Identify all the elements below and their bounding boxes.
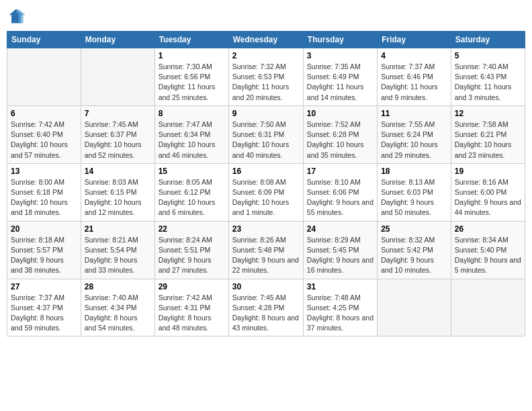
day-cell: 12 Sunrise: 7:58 AMSunset: 6:21 PMDaylig… bbox=[451, 105, 525, 163]
day-cell: 3 Sunrise: 7:35 AMSunset: 6:49 PMDayligh… bbox=[303, 48, 377, 106]
day-cell: 27 Sunrise: 7:37 AMSunset: 4:37 PMDaylig… bbox=[7, 279, 81, 336]
day-cell bbox=[451, 279, 525, 336]
day-cell: 28 Sunrise: 7:40 AMSunset: 4:34 PMDaylig… bbox=[81, 279, 154, 336]
day-cell: 20 Sunrise: 8:18 AMSunset: 5:57 PMDaylig… bbox=[7, 221, 81, 279]
day-number: 24 bbox=[307, 224, 373, 234]
header-tuesday: Tuesday bbox=[154, 32, 228, 48]
header-wednesday: Wednesday bbox=[228, 32, 303, 48]
day-cell: 8 Sunrise: 7:47 AMSunset: 6:34 PMDayligh… bbox=[154, 105, 228, 163]
day-cell: 17 Sunrise: 8:10 AMSunset: 6:06 PMDaylig… bbox=[303, 163, 377, 221]
day-number: 27 bbox=[11, 282, 77, 291]
day-number: 17 bbox=[307, 167, 373, 176]
day-info: Sunrise: 7:40 AMSunset: 4:34 PMDaylight:… bbox=[85, 293, 151, 334]
day-number: 20 bbox=[11, 224, 77, 234]
day-cell: 7 Sunrise: 7:45 AMSunset: 6:37 PMDayligh… bbox=[81, 105, 154, 163]
day-cell: 13 Sunrise: 8:00 AMSunset: 6:18 PMDaylig… bbox=[7, 163, 81, 221]
day-info: Sunrise: 8:16 AMSunset: 6:00 PMDaylight:… bbox=[455, 177, 521, 218]
day-number: 4 bbox=[381, 51, 447, 60]
day-number: 9 bbox=[232, 109, 300, 118]
day-cell: 31 Sunrise: 7:48 AMSunset: 4:25 PMDaylig… bbox=[303, 279, 377, 336]
day-number: 21 bbox=[85, 224, 151, 234]
day-number: 3 bbox=[307, 51, 373, 60]
day-number: 19 bbox=[455, 167, 521, 176]
day-cell: 30 Sunrise: 7:45 AMSunset: 4:28 PMDaylig… bbox=[228, 279, 303, 336]
day-cell: 1 Sunrise: 7:30 AMSunset: 6:56 PMDayligh… bbox=[154, 48, 228, 106]
day-info: Sunrise: 8:08 AMSunset: 6:09 PMDaylight:… bbox=[232, 177, 300, 218]
day-cell: 19 Sunrise: 8:16 AMSunset: 6:00 PMDaylig… bbox=[451, 163, 525, 221]
day-info: Sunrise: 7:45 AMSunset: 4:28 PMDaylight:… bbox=[232, 293, 300, 334]
day-cell: 6 Sunrise: 7:42 AMSunset: 6:40 PMDayligh… bbox=[7, 105, 81, 163]
day-info: Sunrise: 8:21 AMSunset: 5:54 PMDaylight:… bbox=[85, 235, 151, 276]
day-number: 7 bbox=[85, 109, 151, 118]
day-number: 22 bbox=[159, 224, 225, 234]
day-info: Sunrise: 7:35 AMSunset: 6:49 PMDaylight:… bbox=[307, 62, 373, 103]
day-cell: 24 Sunrise: 8:29 AMSunset: 5:45 PMDaylig… bbox=[303, 221, 377, 279]
day-number: 6 bbox=[11, 109, 77, 118]
day-number: 10 bbox=[307, 109, 373, 118]
day-number: 8 bbox=[159, 109, 225, 118]
day-cell: 4 Sunrise: 7:37 AMSunset: 6:46 PMDayligh… bbox=[378, 48, 451, 106]
day-number: 14 bbox=[85, 167, 151, 176]
day-number: 1 bbox=[159, 51, 225, 60]
day-info: Sunrise: 7:48 AMSunset: 4:25 PMDaylight:… bbox=[307, 293, 373, 334]
page-header bbox=[7, 7, 525, 26]
header-monday: Monday bbox=[81, 32, 154, 48]
day-cell: 9 Sunrise: 7:50 AMSunset: 6:31 PMDayligh… bbox=[228, 105, 303, 163]
day-cell bbox=[7, 48, 81, 106]
day-cell: 21 Sunrise: 8:21 AMSunset: 5:54 PMDaylig… bbox=[81, 221, 154, 279]
day-info: Sunrise: 7:30 AMSunset: 6:56 PMDaylight:… bbox=[159, 62, 225, 103]
day-number: 13 bbox=[11, 167, 77, 176]
day-cell: 5 Sunrise: 7:40 AMSunset: 6:43 PMDayligh… bbox=[451, 48, 525, 106]
day-info: Sunrise: 8:13 AMSunset: 6:03 PMDaylight:… bbox=[381, 177, 447, 218]
day-number: 5 bbox=[455, 51, 521, 60]
day-info: Sunrise: 7:42 AMSunset: 6:40 PMDaylight:… bbox=[11, 120, 77, 161]
day-cell bbox=[81, 48, 154, 106]
day-number: 2 bbox=[232, 51, 300, 60]
day-number: 23 bbox=[232, 224, 300, 234]
day-number: 31 bbox=[307, 282, 373, 291]
week-row-2: 6 Sunrise: 7:42 AMSunset: 6:40 PMDayligh… bbox=[7, 105, 525, 163]
day-cell: 14 Sunrise: 8:03 AMSunset: 6:15 PMDaylig… bbox=[81, 163, 154, 221]
day-cell bbox=[378, 279, 451, 336]
day-info: Sunrise: 7:47 AMSunset: 6:34 PMDaylight:… bbox=[159, 120, 225, 161]
day-number: 29 bbox=[159, 282, 225, 291]
day-cell: 16 Sunrise: 8:08 AMSunset: 6:09 PMDaylig… bbox=[228, 163, 303, 221]
day-cell: 25 Sunrise: 8:32 AMSunset: 5:42 PMDaylig… bbox=[378, 221, 451, 279]
week-row-5: 27 Sunrise: 7:37 AMSunset: 4:37 PMDaylig… bbox=[7, 279, 525, 336]
day-cell: 10 Sunrise: 7:52 AMSunset: 6:28 PMDaylig… bbox=[303, 105, 377, 163]
day-info: Sunrise: 8:10 AMSunset: 6:06 PMDaylight:… bbox=[307, 177, 373, 218]
day-info: Sunrise: 7:37 AMSunset: 4:37 PMDaylight:… bbox=[11, 293, 77, 334]
day-number: 11 bbox=[381, 109, 447, 118]
day-number: 26 bbox=[455, 224, 521, 234]
day-cell: 15 Sunrise: 8:05 AMSunset: 6:12 PMDaylig… bbox=[154, 163, 228, 221]
day-number: 30 bbox=[232, 282, 300, 291]
calendar-table: SundayMondayTuesdayWednesdayThursdayFrid… bbox=[7, 31, 525, 336]
day-info: Sunrise: 8:03 AMSunset: 6:15 PMDaylight:… bbox=[85, 177, 151, 218]
day-cell: 2 Sunrise: 7:32 AMSunset: 6:53 PMDayligh… bbox=[228, 48, 303, 106]
day-cell: 11 Sunrise: 7:55 AMSunset: 6:24 PMDaylig… bbox=[378, 105, 451, 163]
logo-icon bbox=[7, 7, 26, 26]
header-row: SundayMondayTuesdayWednesdayThursdayFrid… bbox=[7, 32, 525, 48]
day-info: Sunrise: 8:32 AMSunset: 5:42 PMDaylight:… bbox=[381, 235, 447, 276]
header-friday: Friday bbox=[378, 32, 451, 48]
day-info: Sunrise: 7:32 AMSunset: 6:53 PMDaylight:… bbox=[232, 62, 300, 103]
day-info: Sunrise: 7:45 AMSunset: 6:37 PMDaylight:… bbox=[85, 120, 151, 161]
day-info: Sunrise: 8:29 AMSunset: 5:45 PMDaylight:… bbox=[307, 235, 373, 276]
day-cell: 23 Sunrise: 8:26 AMSunset: 5:48 PMDaylig… bbox=[228, 221, 303, 279]
day-cell: 29 Sunrise: 7:42 AMSunset: 4:31 PMDaylig… bbox=[154, 279, 228, 336]
day-cell: 22 Sunrise: 8:24 AMSunset: 5:51 PMDaylig… bbox=[154, 221, 228, 279]
day-cell: 18 Sunrise: 8:13 AMSunset: 6:03 PMDaylig… bbox=[378, 163, 451, 221]
header-thursday: Thursday bbox=[303, 32, 377, 48]
logo bbox=[7, 7, 28, 26]
day-number: 18 bbox=[381, 167, 447, 176]
day-info: Sunrise: 7:40 AMSunset: 6:43 PMDaylight:… bbox=[455, 62, 521, 103]
day-number: 16 bbox=[232, 167, 300, 176]
day-info: Sunrise: 7:58 AMSunset: 6:21 PMDaylight:… bbox=[455, 120, 521, 161]
week-row-3: 13 Sunrise: 8:00 AMSunset: 6:18 PMDaylig… bbox=[7, 163, 525, 221]
day-number: 12 bbox=[455, 109, 521, 118]
week-row-1: 1 Sunrise: 7:30 AMSunset: 6:56 PMDayligh… bbox=[7, 48, 525, 106]
day-info: Sunrise: 8:00 AMSunset: 6:18 PMDaylight:… bbox=[11, 177, 77, 218]
day-cell: 26 Sunrise: 8:34 AMSunset: 5:40 PMDaylig… bbox=[451, 221, 525, 279]
day-info: Sunrise: 8:24 AMSunset: 5:51 PMDaylight:… bbox=[159, 235, 225, 276]
day-info: Sunrise: 8:26 AMSunset: 5:48 PMDaylight:… bbox=[232, 235, 300, 276]
